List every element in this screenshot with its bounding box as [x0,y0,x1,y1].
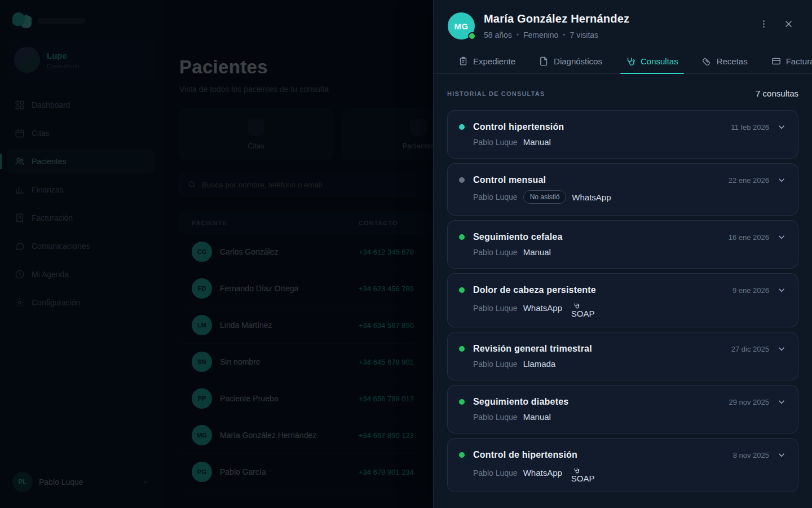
tab-recetas[interactable]: Recetas [701,49,749,73]
status-dot [459,234,465,240]
chevron-down-icon [776,175,787,185]
consultation-doctor: Pablo Luque [473,192,518,202]
consultation-doctor: Pablo Luque [473,304,518,313]
status-dot [459,124,465,130]
patient-gender: Femenino [523,30,558,40]
clipboard-icon [458,56,468,66]
drawer-tabs: Expediente Diagnósticos Consultas Receta… [434,49,812,74]
stethoscope-icon [573,467,580,474]
no-show-badge: No asistió [523,190,567,204]
consultation-date: 9 ene 2026 [732,286,769,295]
consultation-doctor: Pablo Luque [473,360,518,369]
credit-card-icon [771,56,781,66]
patient-meta: 58 años • Femenino • 7 visitas [484,30,629,40]
consultation-date: 16 ene 2026 [729,233,769,242]
tab-label: Expediente [473,56,515,66]
consultation-channel: WhatsApp [523,468,562,478]
tab-diagnosticos[interactable]: Diagnósticos [538,49,603,73]
kebab-menu-icon [759,19,769,29]
consultation-title: Dolor de cabeza persistente [473,285,732,295]
consultation-doctor: Pablo Luque [473,413,518,422]
consultation-channel: Manual [523,247,551,257]
soap-badge[interactable]: SOAP [571,467,595,483]
consultation-channel: Manual [523,137,551,147]
consultation-channel: WhatsApp [572,192,611,202]
consultation-title: Seguimiento cefalea [473,232,729,242]
consultation-channel: Llamada [523,359,556,369]
tab-facturacion[interactable]: Facturación [770,49,812,73]
chevron-down-icon [776,122,787,132]
chevron-down-icon [776,232,787,242]
consultation-date: 27 dic 2025 [731,345,769,353]
consultation-doctor: Pablo Luque [473,248,518,257]
consultation-title: Control mensual [473,175,729,185]
consultations-panel: HISTORIAL DE CONSULTAS 7 consultas Contr… [434,74,812,508]
status-dot [459,287,465,293]
consultation-title: Control hipertensión [473,122,731,132]
patient-avatar: MG [448,12,475,40]
consultation-channel: Manual [523,412,551,422]
consultation-card[interactable]: Dolor de cabeza persistente 9 ene 2026 P… [447,273,798,327]
status-dot [459,452,465,458]
patient-name: María González Hernández [484,12,629,25]
consultations-count: 7 consultas [756,89,798,98]
patient-visits: 7 visitas [570,30,599,40]
soap-badge[interactable]: SOAP [571,303,595,318]
consultation-card[interactable]: Revisión general trimestral 27 dic 2025 … [447,332,798,380]
soap-label: SOAP [571,309,595,318]
soap-label: SOAP [571,474,595,483]
consultation-date: 11 feb 2026 [731,123,769,132]
status-dot [459,399,465,405]
tab-label: Facturación [786,56,812,66]
section-title: HISTORIAL DE CONSULTAS [447,90,545,97]
consultation-card[interactable]: Control mensual 22 ene 2026 Pablo Luque … [447,163,798,216]
consultation-date: 8 nov 2025 [733,451,769,459]
more-options-button[interactable] [756,16,771,32]
tab-expediente[interactable]: Expediente [457,49,517,73]
patient-drawer: MG María González Hernández 58 años • Fe… [433,0,812,508]
status-dot [459,346,465,352]
tab-label: Diagnósticos [554,56,602,66]
tab-label: Recetas [717,56,748,66]
chevron-down-icon [776,285,787,295]
section-header: HISTORIAL DE CONSULTAS 7 consultas [447,89,798,98]
close-icon [784,19,793,29]
drawer-header: MG María González Hernández 58 años • Fe… [434,0,812,49]
consultation-card[interactable]: Seguimiento diabetes 29 nov 2025 Pablo L… [447,385,798,433]
consultation-card[interactable]: Seguimiento cefalea 16 ene 2026 Pablo Lu… [447,220,798,269]
drawer-actions [756,16,796,32]
document-icon [539,56,549,66]
online-status-dot [468,32,476,40]
pill-icon [702,56,712,66]
patient-age: 58 años [484,30,512,40]
chevron-down-icon [776,397,787,407]
chevron-down-icon [776,450,787,460]
close-drawer-button[interactable] [780,16,796,32]
consultation-title: Seguimiento diabetes [473,397,729,407]
consultation-card[interactable]: Control hipertensión 11 feb 2026 Pablo L… [447,110,798,159]
status-dot [459,177,465,183]
tab-consultas[interactable]: Consultas [625,49,679,73]
stethoscope-icon [573,303,580,309]
consultation-doctor: Pablo Luque [473,138,518,147]
consultation-title: Control de hipertensión [473,450,733,460]
consultation-date: 29 nov 2025 [729,398,769,406]
consultation-doctor: Pablo Luque [473,468,518,478]
chevron-down-icon [776,344,787,354]
consultation-date: 22 ene 2026 [729,176,769,185]
consultation-title: Revisión general trimestral [473,344,731,354]
consultation-card[interactable]: Control de hipertensión 8 nov 2025 Pablo… [447,438,798,492]
meta-separator: • [563,31,565,39]
tab-label: Consultas [641,56,678,66]
meta-separator: • [517,31,519,39]
stethoscope-icon [626,56,636,66]
consultation-channel: WhatsApp [523,303,562,313]
